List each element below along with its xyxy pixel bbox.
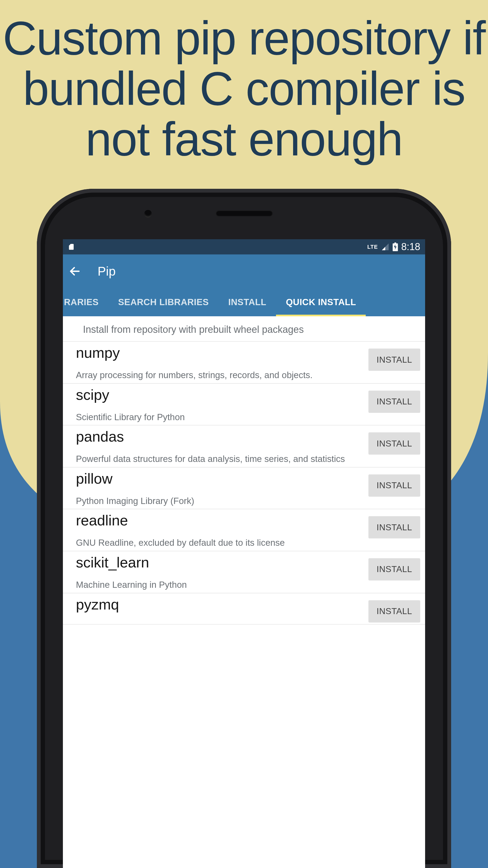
package-row: readlineGNU Readline, excluded by defaul… bbox=[63, 509, 425, 551]
back-arrow-icon[interactable] bbox=[68, 265, 82, 278]
package-description bbox=[76, 615, 364, 624]
tab-raries[interactable]: RARIES bbox=[63, 288, 108, 316]
install-button[interactable]: INSTALL bbox=[368, 348, 420, 371]
install-button[interactable]: INSTALL bbox=[368, 474, 420, 497]
app-bar: Pip bbox=[63, 254, 425, 288]
package-row: scikit_learnMachine Learning in PythonIN… bbox=[63, 551, 425, 593]
package-name: pillow bbox=[76, 471, 364, 489]
package-name: numpy bbox=[76, 345, 364, 363]
package-row: pyzmqINSTALL bbox=[63, 593, 425, 624]
package-name: pyzmq bbox=[76, 597, 364, 615]
package-row: scipyScientific Library for PythonINSTAL… bbox=[63, 383, 425, 426]
package-description: Machine Learning in Python bbox=[76, 573, 364, 593]
package-description: Scientific Library for Python bbox=[76, 405, 364, 425]
package-name: readline bbox=[76, 513, 364, 531]
install-button[interactable]: INSTALL bbox=[368, 516, 420, 538]
package-row: pillowPython Imaging Library (Fork)INSTA… bbox=[63, 467, 425, 509]
tab-search-libraries[interactable]: SEARCH LIBRARIES bbox=[108, 288, 219, 316]
install-button[interactable]: INSTALL bbox=[368, 600, 420, 622]
tab-quick-install[interactable]: QUICK INSTALL bbox=[276, 288, 366, 316]
package-description: GNU Readline, excluded by default due to… bbox=[76, 531, 364, 551]
signal-icon bbox=[381, 243, 389, 251]
clock: 8:18 bbox=[401, 241, 420, 252]
package-name: scipy bbox=[76, 388, 364, 405]
lte-indicator: LTE bbox=[367, 244, 378, 250]
package-description: Array processing for numbers, strings, r… bbox=[76, 363, 364, 383]
promo-title: Custom pip repository if bundled C compi… bbox=[0, 13, 488, 165]
package-description: Python Imaging Library (Fork) bbox=[76, 489, 364, 509]
install-button[interactable]: INSTALL bbox=[368, 391, 420, 413]
content-area[interactable]: Install from repository with prebuilt wh… bbox=[63, 316, 425, 868]
battery-charging-icon bbox=[393, 243, 398, 251]
appbar-title: Pip bbox=[98, 264, 116, 279]
tab-install[interactable]: INSTALL bbox=[219, 288, 276, 316]
package-description: Powerful data structures for data analys… bbox=[76, 447, 364, 467]
install-button[interactable]: INSTALL bbox=[368, 432, 420, 455]
phone-screen: LTE 8:18 Pip RARIESSEARCH LIBRARIESINSTA… bbox=[63, 239, 425, 868]
package-row: pandasPowerful data structures for data … bbox=[63, 425, 425, 467]
sd-card-icon bbox=[68, 243, 75, 251]
phone-frame: LTE 8:18 Pip RARIESSEARCH LIBRARIESINSTA… bbox=[37, 189, 451, 868]
package-name: pandas bbox=[76, 429, 364, 447]
install-button[interactable]: INSTALL bbox=[368, 558, 420, 581]
package-row: numpyArray processing for numbers, strin… bbox=[63, 341, 425, 383]
status-bar: LTE 8:18 bbox=[63, 239, 425, 254]
helper-text: Install from repository with prebuilt wh… bbox=[63, 316, 425, 341]
tab-bar: RARIESSEARCH LIBRARIESINSTALLQUICK INSTA… bbox=[63, 288, 425, 316]
package-name: scikit_learn bbox=[76, 555, 364, 573]
